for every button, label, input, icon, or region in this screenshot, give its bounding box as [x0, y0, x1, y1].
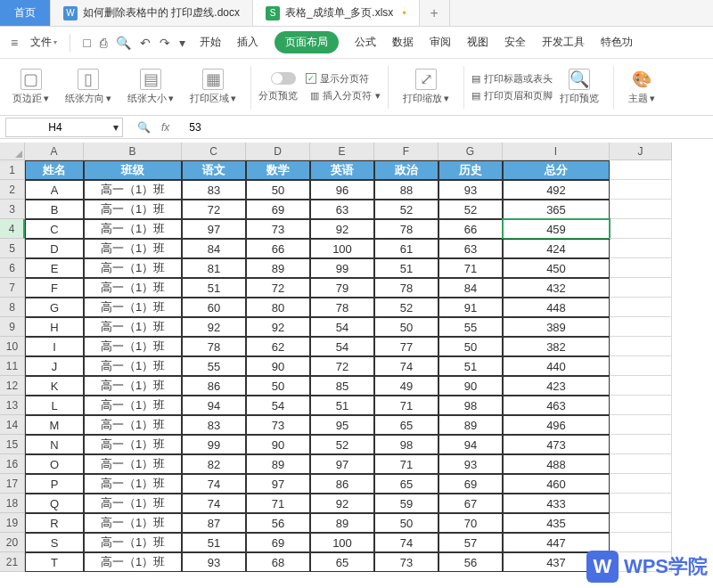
cell[interactable]: 50 — [438, 337, 503, 356]
row-header-2[interactable]: 2 — [0, 180, 25, 200]
cell[interactable]: 91 — [438, 298, 503, 317]
cell[interactable] — [610, 454, 672, 474]
cell[interactable]: 100 — [310, 239, 374, 258]
cell[interactable]: D — [25, 239, 84, 258]
cell[interactable]: M — [25, 415, 84, 435]
cell[interactable]: 56 — [438, 552, 503, 572]
cell[interactable]: 79 — [310, 278, 374, 298]
cell[interactable] — [610, 494, 672, 513]
cell[interactable]: K — [25, 376, 84, 396]
cell[interactable]: 435 — [503, 513, 610, 533]
cell[interactable]: C — [25, 219, 84, 239]
cell[interactable]: 83 — [182, 180, 246, 200]
cell[interactable]: G — [25, 298, 84, 317]
cell[interactable]: 92 — [310, 494, 374, 513]
cell[interactable]: 高一（1）班 — [84, 298, 182, 317]
cell[interactable]: H — [25, 317, 84, 337]
cell[interactable]: I — [25, 337, 84, 356]
theme-button[interactable]: 🎨主题▾ — [621, 65, 662, 109]
cell[interactable]: 60 — [182, 298, 246, 317]
cell[interactable]: 72 — [182, 200, 246, 219]
cell[interactable]: 高一（1）班 — [84, 356, 182, 376]
cell[interactable]: 51 — [182, 278, 246, 298]
row-header-13[interactable]: 13 — [0, 396, 25, 415]
undo-icon[interactable]: ↶ — [140, 36, 151, 50]
cell[interactable]: 54 — [310, 337, 374, 356]
col-header-C[interactable]: C — [182, 143, 246, 160]
row-header-19[interactable]: 19 — [0, 513, 25, 533]
cell[interactable]: 班级 — [84, 160, 182, 180]
cell[interactable]: 49 — [374, 376, 438, 396]
row-header-5[interactable]: 5 — [0, 239, 25, 258]
cell[interactable]: 61 — [374, 239, 438, 258]
col-header-D[interactable]: D — [246, 143, 310, 160]
cell[interactable]: 78 — [310, 298, 374, 317]
cell[interactable]: 高一（1）班 — [84, 219, 182, 239]
cell[interactable]: 姓名 — [25, 160, 84, 180]
row-header-11[interactable]: 11 — [0, 356, 25, 376]
redo-icon[interactable]: ↷ — [160, 36, 170, 50]
cell[interactable]: 高一（1）班 — [84, 180, 182, 200]
cell[interactable]: 51 — [182, 533, 246, 552]
cell[interactable]: 97 — [310, 454, 374, 474]
cell[interactable]: 92 — [246, 317, 310, 337]
cell[interactable]: 55 — [182, 356, 246, 376]
row-header-7[interactable]: 7 — [0, 278, 25, 298]
cell[interactable]: 98 — [374, 435, 438, 454]
menu-2[interactable]: 页面布局 — [275, 31, 339, 53]
cell[interactable]: 90 — [438, 376, 503, 396]
cell[interactable]: 52 — [374, 200, 438, 219]
cell[interactable] — [610, 474, 672, 494]
menu-8[interactable]: 开发工具 — [542, 35, 585, 50]
cell[interactable]: 65 — [310, 552, 374, 572]
cell[interactable]: 高一（1）班 — [84, 200, 182, 219]
cell[interactable]: 423 — [503, 376, 610, 396]
spreadsheet-grid[interactable]: ABCDEFGIJ 123456789101112131415161718192… — [0, 143, 713, 588]
cell[interactable]: 51 — [310, 396, 374, 415]
cell[interactable]: 432 — [503, 278, 610, 298]
cell[interactable]: 448 — [503, 298, 610, 317]
cell[interactable] — [610, 317, 672, 337]
cell[interactable] — [610, 219, 672, 239]
cell[interactable] — [610, 356, 672, 376]
orientation-button[interactable]: ▯纸张方向▾ — [58, 65, 119, 109]
cell[interactable]: 74 — [374, 533, 438, 552]
menu-6[interactable]: 视图 — [467, 35, 488, 50]
cell[interactable]: 高一（1）班 — [84, 552, 182, 572]
cell[interactable]: 77 — [374, 337, 438, 356]
cell[interactable]: 382 — [503, 337, 610, 356]
row-header-4[interactable]: 4 — [0, 219, 25, 239]
row-header-3[interactable]: 3 — [0, 200, 25, 219]
file-menu[interactable]: 文件 ▾ — [25, 33, 62, 52]
cell[interactable]: 50 — [246, 376, 310, 396]
cell[interactable]: J — [25, 356, 84, 376]
cell[interactable]: 69 — [246, 200, 310, 219]
cell[interactable]: 78 — [374, 278, 438, 298]
cell[interactable]: 73 — [374, 552, 438, 572]
margins-button[interactable]: ▢页边距▾ — [5, 65, 56, 109]
menu-7[interactable]: 安全 — [504, 35, 526, 50]
cell[interactable]: 86 — [310, 474, 374, 494]
col-header-G[interactable]: G — [438, 143, 503, 160]
cell[interactable]: 语文 — [182, 160, 246, 180]
show-breaks-checkbox[interactable]: ✓ — [306, 73, 316, 84]
cell[interactable]: 74 — [374, 356, 438, 376]
cell[interactable]: 99 — [182, 435, 246, 454]
cell[interactable]: 97 — [182, 219, 246, 239]
cells-area[interactable]: 姓名班级语文数学英语政治历史总分A高一（1）班8350968893492B高一（… — [25, 160, 713, 572]
cell[interactable]: 数学 — [246, 160, 310, 180]
row-header-17[interactable]: 17 — [0, 474, 25, 494]
cell[interactable]: S — [25, 533, 84, 552]
cell[interactable]: 84 — [182, 239, 246, 258]
cell[interactable]: 78 — [374, 219, 438, 239]
cell[interactable]: 66 — [246, 239, 310, 258]
cell[interactable]: 50 — [374, 513, 438, 533]
cell[interactable]: 高一（1）班 — [84, 239, 182, 258]
cell[interactable]: 73 — [246, 219, 310, 239]
cell[interactable]: 67 — [438, 494, 503, 513]
row-header-18[interactable]: 18 — [0, 494, 25, 513]
cell[interactable]: 463 — [503, 396, 610, 415]
col-header-B[interactable]: B — [84, 143, 182, 160]
tab-xlsx[interactable]: S 表格_成绩单_多页.xlsx • — [253, 0, 420, 26]
cell[interactable]: 50 — [246, 180, 310, 200]
